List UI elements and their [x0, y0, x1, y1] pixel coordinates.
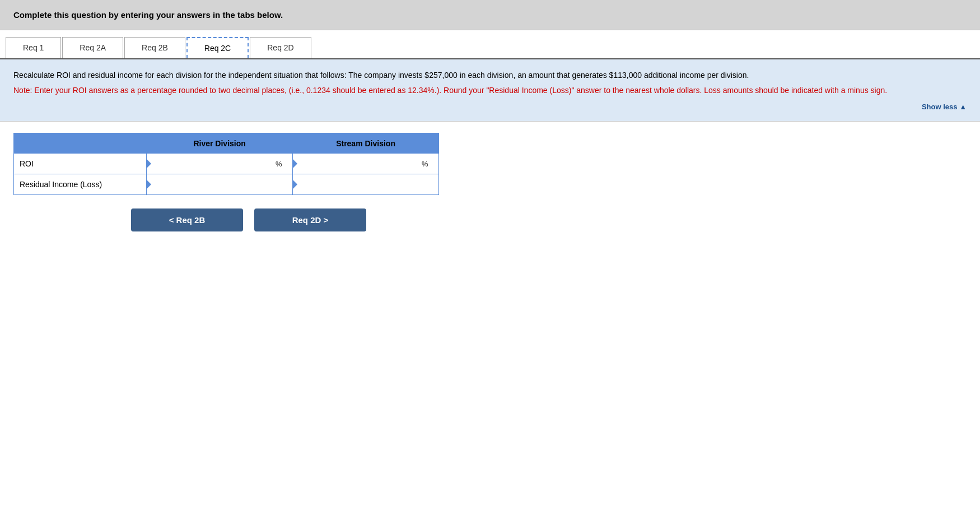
- tab-req2c[interactable]: Req 2C: [186, 37, 249, 58]
- tabs-container: Req 1 Req 2A Req 2B Req 2C Req 2D: [0, 30, 980, 59]
- stream-roi-triangle: [293, 159, 297, 168]
- instruction-main-text: Recalculate ROI and residual income for …: [13, 69, 967, 81]
- nav-buttons: < Req 2B Req 2D >: [13, 208, 967, 231]
- table-row: ROI % %: [14, 154, 439, 174]
- river-residual-triangle: [147, 180, 151, 189]
- river-roi-percent: %: [276, 160, 282, 168]
- river-roi-triangle: [147, 159, 151, 168]
- row-label-residual: Residual Income (Loss): [14, 174, 147, 195]
- river-roi-cell: %: [147, 154, 293, 174]
- table-row: Residual Income (Loss): [14, 174, 439, 195]
- col-empty: [14, 133, 147, 154]
- stream-residual-cell: [293, 174, 439, 195]
- show-less-section: Show less: [13, 102, 967, 111]
- river-residual-input[interactable]: [147, 174, 276, 194]
- stream-roi-percent: %: [422, 160, 428, 168]
- instruction-note-text: Note: Enter your ROI answers as a percen…: [13, 85, 967, 96]
- header-instruction: Complete this question by entering your …: [13, 10, 283, 20]
- data-table: River Division Stream Division ROI %: [13, 133, 439, 195]
- tab-req2a[interactable]: Req 2A: [62, 37, 123, 58]
- header-banner: Complete this question by entering your …: [0, 0, 980, 30]
- next-button[interactable]: Req 2D >: [254, 208, 366, 231]
- show-less-link[interactable]: Show less: [922, 103, 967, 111]
- col-river-header: River Division: [147, 133, 293, 154]
- col-stream-header: Stream Division: [293, 133, 439, 154]
- river-residual-cell: [147, 174, 293, 195]
- stream-roi-input[interactable]: [293, 154, 422, 174]
- stream-residual-triangle: [293, 180, 297, 189]
- stream-roi-cell: %: [293, 154, 439, 174]
- content-area: River Division Stream Division ROI %: [0, 122, 980, 243]
- instruction-box: Recalculate ROI and residual income for …: [0, 59, 980, 122]
- row-label-roi: ROI: [14, 154, 147, 174]
- tab-req1[interactable]: Req 1: [6, 37, 61, 58]
- tab-req2d[interactable]: Req 2D: [250, 37, 311, 58]
- tab-req2b[interactable]: Req 2B: [124, 37, 185, 58]
- stream-residual-input[interactable]: [293, 174, 422, 194]
- river-roi-input[interactable]: [147, 154, 276, 174]
- prev-button[interactable]: < Req 2B: [131, 208, 243, 231]
